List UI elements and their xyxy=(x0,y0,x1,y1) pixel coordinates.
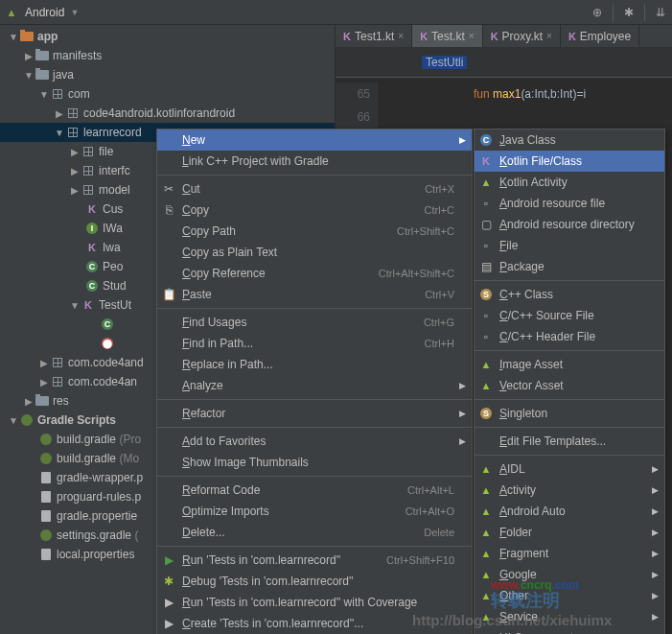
menu-item-delete-[interactable]: Delete...Delete xyxy=(157,522,472,543)
menu-item-cut[interactable]: ✂CutCtrl+X xyxy=(157,178,472,200)
menu-item-java-class[interactable]: CJava Class xyxy=(475,129,664,151)
menu-item-c-class[interactable]: SC++ Class xyxy=(475,284,664,305)
menu-item-create-tests-in-com-learnrecor[interactable]: ▶Create 'Tests in 'com.learnrecord''... xyxy=(157,613,472,634)
menu-item-link-c-project-with-gradle[interactable]: Link C++ Project with Gradle xyxy=(157,151,472,172)
menu-item-google[interactable]: ▲Google▶ xyxy=(475,564,664,585)
menu-item-image-asset[interactable]: ▲Image Asset xyxy=(475,354,664,375)
context-menu: New▶Link C++ Project with Gradle✂CutCtrl… xyxy=(156,129,473,634)
menu-item-c-c-source-file[interactable]: ▫C/C++ Source File xyxy=(475,305,664,326)
tree-node-pkg[interactable]: ▶code4android.kotlinforandroid xyxy=(0,104,335,123)
menu-item-add-to-favorites[interactable]: Add to Favorites▶ xyxy=(157,431,472,452)
gear-icon[interactable]: ✱ xyxy=(621,5,637,20)
tab-test1[interactable]: KTest1.kt× xyxy=(336,25,412,47)
menu-item-paste[interactable]: 📋PasteCtrl+V xyxy=(157,284,472,305)
menu-item-debug-tests-in-com-learnrecord[interactable]: ✱Debug 'Tests in 'com.learnrecord'' xyxy=(157,571,472,592)
menu-item-refactor[interactable]: Refactor▶ xyxy=(157,403,472,424)
dropdown-arrow-icon: ▼ xyxy=(70,8,79,17)
menu-item-find-usages[interactable]: Find UsagesCtrl+G xyxy=(157,312,472,333)
tree-node-java[interactable]: ▼java xyxy=(0,65,335,84)
menu-item-ui-component[interactable]: ▲UI Component▶ xyxy=(475,627,664,634)
menu-item-android-auto[interactable]: ▲Android Auto▶ xyxy=(475,501,664,522)
menu-item-activity[interactable]: ▲Activity▶ xyxy=(475,480,664,501)
menu-item-aidl[interactable]: ▲AIDL▶ xyxy=(475,458,664,480)
close-icon[interactable]: × xyxy=(398,31,404,41)
tree-node-app[interactable]: ▼app xyxy=(0,27,335,46)
line-number: 66 xyxy=(336,106,370,129)
android-icon: ▲ xyxy=(4,5,19,20)
collapse-icon[interactable]: ⇊ xyxy=(653,5,668,20)
menu-item-run-tests-in-com-learnrecord-w[interactable]: ▶Run 'Tests in 'com.learnrecord'' with C… xyxy=(157,592,472,613)
breadcrumb[interactable]: TestUtli xyxy=(422,56,467,69)
menu-item-vector-asset[interactable]: ▲Vector Asset xyxy=(475,375,664,396)
tree-node-com[interactable]: ▼com xyxy=(0,84,335,104)
menu-item-edit-file-templates-[interactable]: Edit File Templates... xyxy=(475,431,664,452)
settings-icon[interactable]: ⊕ xyxy=(590,5,605,20)
menu-item-fragment[interactable]: ▲Fragment▶ xyxy=(475,543,664,564)
menu-item-copy-as-plain-text[interactable]: Copy as Plain Text xyxy=(157,242,472,263)
menu-item-analyze[interactable]: Analyze▶ xyxy=(157,375,472,396)
tab-test[interactable]: KTest.kt× xyxy=(412,25,482,47)
project-dropdown[interactable]: Android xyxy=(25,6,64,19)
menu-item-other[interactable]: ▲Other▶ xyxy=(475,585,664,606)
editor-tabs: KTest1.kt× KTest.kt× KProxy.kt× KEmploye… xyxy=(336,25,672,48)
new-submenu: CJava ClassKKotlin File/Class▲Kotlin Act… xyxy=(474,129,665,634)
menu-item-new[interactable]: New▶ xyxy=(157,129,472,151)
menu-item-kotlin-activity[interactable]: ▲Kotlin Activity xyxy=(475,172,664,193)
menu-item-copy[interactable]: ⎘CopyCtrl+C xyxy=(157,200,472,221)
menu-item-package[interactable]: ▤Package xyxy=(475,256,664,277)
tree-node-manifests[interactable]: ▶manifests xyxy=(0,46,335,65)
menu-item-android-resource-directory[interactable]: ▢Android resource directory xyxy=(475,214,664,235)
toolbar: ▲ Android ▼ ⊕ ✱ ⇊ xyxy=(0,0,672,25)
menu-item-run-tests-in-com-learnrecord-[interactable]: ▶Run 'Tests in 'com.learnrecord''Ctrl+Sh… xyxy=(157,550,472,571)
tab-employee[interactable]: KEmployee xyxy=(561,25,639,47)
menu-item-optimize-imports[interactable]: Optimize ImportsCtrl+Alt+O xyxy=(157,501,472,522)
close-icon[interactable]: × xyxy=(546,31,552,41)
menu-item-file[interactable]: ▫File xyxy=(475,235,664,256)
line-number: 65 xyxy=(336,82,370,106)
menu-item-replace-in-path-[interactable]: Replace in Path... xyxy=(157,354,472,375)
tab-proxy[interactable]: KProxy.kt× xyxy=(483,25,561,47)
menu-item-android-resource-file[interactable]: ▫Android resource file xyxy=(475,193,664,214)
menu-item-kotlin-file-class[interactable]: KKotlin File/Class xyxy=(475,151,664,172)
menu-item-copy-path[interactable]: Copy PathCtrl+Shift+C xyxy=(157,221,472,242)
menu-item-find-in-path-[interactable]: Find in Path...Ctrl+H xyxy=(157,333,472,354)
menu-item-copy-reference[interactable]: Copy ReferenceCtrl+Alt+Shift+C xyxy=(157,263,472,284)
menu-item-singleton[interactable]: SSingleton xyxy=(475,403,664,424)
menu-item-folder[interactable]: ▲Folder▶ xyxy=(475,522,664,543)
close-icon[interactable]: × xyxy=(469,31,475,41)
menu-item-service[interactable]: ▲Service▶ xyxy=(475,606,664,627)
menu-item-reformat-code[interactable]: Reformat CodeCtrl+Alt+L xyxy=(157,480,472,501)
menu-item-show-image-thumbnails[interactable]: Show Image Thumbnails xyxy=(157,452,472,473)
menu-item-c-c-header-file[interactable]: ▫C/C++ Header File xyxy=(475,326,664,347)
